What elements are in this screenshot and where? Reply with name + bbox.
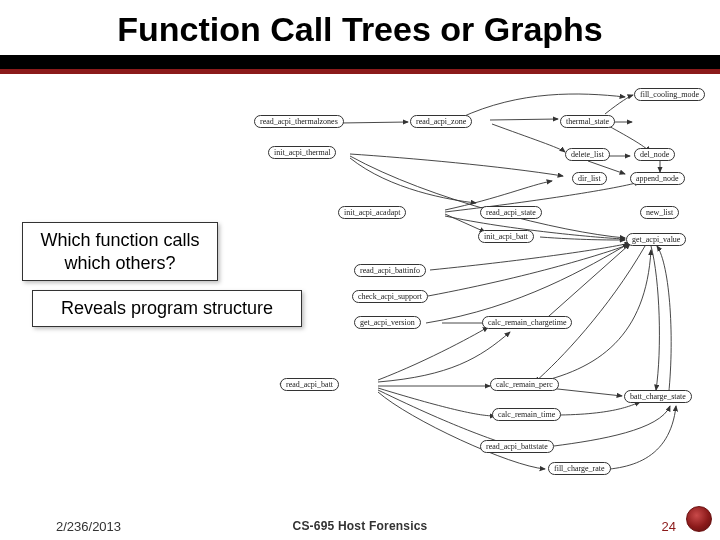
graph-node: new_list [640,206,679,219]
graph-node: fill_charge_rate [548,462,611,475]
callout-line: which others? [37,252,203,275]
title-divider [0,55,720,69]
slide-title: Function Call Trees or Graphs [0,0,720,55]
graph-edges [230,80,710,480]
graph-node: read_acpi_state [480,206,542,219]
graph-node: get_acpi_value [626,233,686,246]
graph-node: calc_remain_time [492,408,561,421]
graph-node: check_acpi_support [352,290,428,303]
callout-line: Which function calls [37,229,203,252]
footer-page-number: 24 [662,519,676,534]
callout-question: Which function calls which others? [22,222,218,281]
graph-node: read_acpi_batt [280,378,339,391]
graph-node: fill_cooling_mode [634,88,705,101]
graph-node: delete_list [565,148,610,161]
graph-node: append_node [630,172,685,185]
graph-node: thermal_state [560,115,615,128]
graph-node: del_node [634,148,675,161]
graph-node: calc_remain_chargetime [482,316,572,329]
graph-node: init_acpi_acadapt [338,206,406,219]
graph-node: read_acpi_battinfo [354,264,426,277]
graph-node: get_acpi_version [354,316,421,329]
call-graph: read_acpi_thermalzones read_acpi_zone th… [230,80,710,480]
university-seal-icon [686,506,712,532]
footer-course: CS-695 Host Forensics [293,519,428,533]
graph-node: read_acpi_thermalzones [254,115,344,128]
graph-node: init_acpi_thermal [268,146,336,159]
graph-node: calc_remain_perc [490,378,559,391]
footer-date: 2/236/2013 [56,519,121,534]
graph-node: batt_charge_state [624,390,692,403]
graph-node: init_acpi_batt [478,230,534,243]
graph-node: read_acpi_battstate [480,440,554,453]
graph-node: dir_list [572,172,607,185]
graph-node: read_acpi_zone [410,115,472,128]
